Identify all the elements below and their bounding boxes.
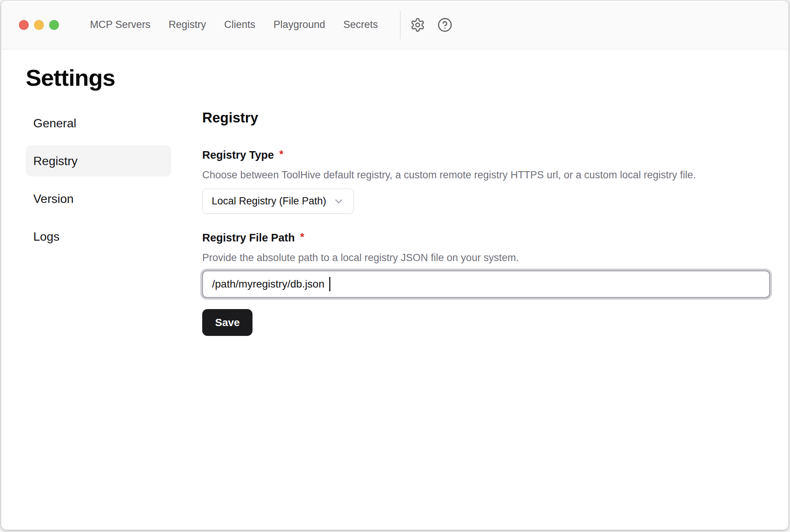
registry-file-path-description: Provide the absolute path to a local reg… bbox=[202, 251, 771, 264]
required-asterisk: * bbox=[300, 230, 304, 243]
registry-settings-panel: Registry Registry Type * Choose between … bbox=[202, 108, 771, 336]
page-title: Settings bbox=[26, 64, 771, 92]
section-heading: Registry bbox=[202, 109, 771, 127]
nav-clients[interactable]: Clients bbox=[224, 19, 256, 31]
help-circle-icon bbox=[437, 17, 452, 32]
registry-file-path-input-wrap bbox=[202, 271, 770, 298]
save-button[interactable]: Save bbox=[202, 309, 252, 336]
nav-mcp-servers[interactable]: MCP Servers bbox=[90, 19, 150, 31]
zoom-button[interactable] bbox=[49, 20, 59, 30]
registry-file-path-input[interactable] bbox=[202, 271, 770, 298]
registry-type-select[interactable]: Local Registry (File Path) bbox=[202, 189, 354, 214]
titlebar-actions bbox=[409, 16, 454, 34]
screenshot-canvas: MCP Servers Registry Clients Playground … bbox=[0, 0, 790, 532]
settings-page: Settings General Registry Version Logs R… bbox=[1, 49, 788, 530]
sidebar-item-general[interactable]: General bbox=[26, 108, 171, 139]
registry-file-path-field: Registry File Path * Provide the absolut… bbox=[202, 230, 771, 298]
app-window: MCP Servers Registry Clients Playground … bbox=[1, 0, 789, 530]
sidebar-item-registry[interactable]: Registry bbox=[26, 145, 171, 176]
titlebar-divider bbox=[400, 11, 401, 39]
titlebar: MCP Servers Registry Clients Playground … bbox=[1, 0, 788, 49]
registry-type-description: Choose between ToolHive default registry… bbox=[202, 168, 771, 182]
gear-icon bbox=[410, 17, 425, 32]
sidebar-item-logs[interactable]: Logs bbox=[26, 221, 171, 252]
registry-file-path-label: Registry File Path bbox=[202, 230, 295, 245]
settings-sidebar: General Registry Version Logs bbox=[26, 108, 171, 252]
help-button[interactable] bbox=[436, 16, 454, 34]
minimize-button[interactable] bbox=[34, 20, 44, 30]
nav-secrets[interactable]: Secrets bbox=[343, 19, 378, 31]
top-nav: MCP Servers Registry Clients Playground … bbox=[90, 19, 378, 31]
nav-registry[interactable]: Registry bbox=[169, 19, 206, 31]
chevron-down-icon bbox=[333, 196, 344, 207]
window-controls bbox=[1, 20, 59, 30]
sidebar-item-version[interactable]: Version bbox=[26, 183, 171, 214]
registry-type-label: Registry Type bbox=[202, 148, 274, 162]
settings-button[interactable] bbox=[409, 16, 426, 34]
nav-playground[interactable]: Playground bbox=[274, 19, 325, 31]
text-caret bbox=[329, 277, 330, 291]
required-asterisk: * bbox=[279, 148, 283, 161]
close-button[interactable] bbox=[19, 20, 29, 30]
registry-type-selected-value: Local Registry (File Path) bbox=[212, 195, 326, 207]
registry-type-field: Registry Type * Choose between ToolHive … bbox=[202, 148, 771, 214]
